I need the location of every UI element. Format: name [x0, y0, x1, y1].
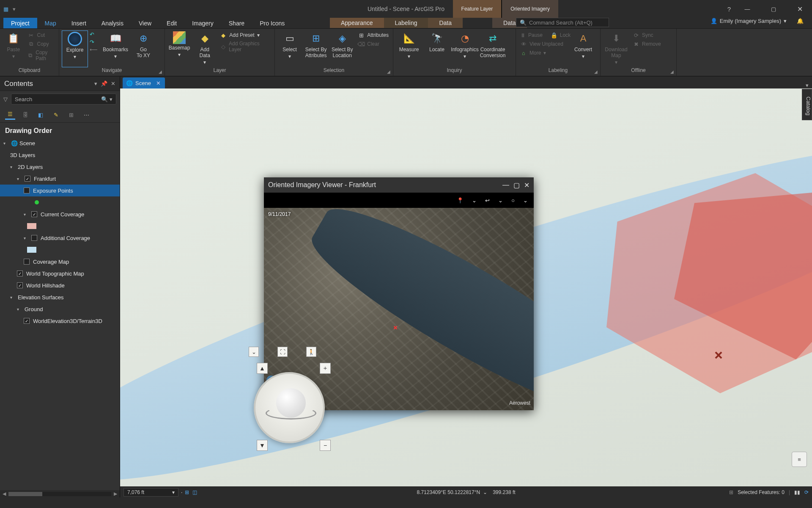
scene-navigator[interactable]: ▲ ＋ ▼ − [251, 364, 327, 448]
toc-2d-layers[interactable]: ▾2D Layers [0, 161, 120, 173]
oiv-header[interactable]: Oriented Imagery Viewer - Frankfurt — ▢ … [264, 177, 534, 193]
toc-exposure-points[interactable]: Exposure Points [0, 185, 120, 196]
tab-share[interactable]: Share [221, 18, 252, 28]
checkbox-current-coverage[interactable] [31, 211, 37, 217]
labels-more-button[interactable]: ⌂More▾ [518, 49, 568, 57]
close-button[interactable]: ✕ [790, 3, 809, 15]
toc-current-coverage[interactable]: ▾Current Coverage [0, 208, 120, 220]
cut-button[interactable]: ✂Cut [26, 31, 56, 39]
pin-icon[interactable]: 📌 [101, 80, 107, 87]
command-search-input[interactable]: 🔍 Command Search (Alt+Q) [516, 18, 609, 27]
catalog-side-tab[interactable]: Catalog [802, 89, 812, 120]
tab-data-feature[interactable]: Data [428, 18, 463, 28]
scene-view[interactable]: Oriented Imagery Viewer - Frankfurt — ▢ … [120, 88, 812, 486]
select-by-location-button[interactable]: ◈Select By Location [330, 30, 354, 67]
nav-full-extent-button[interactable]: ⛶ [277, 347, 288, 357]
nav-compass[interactable] [254, 372, 325, 443]
toc-more-button[interactable]: ⋯ [81, 110, 91, 120]
toc-snapping-button[interactable]: ⊞ [66, 110, 76, 120]
contents-search-input[interactable]: Search 🔍 ▾ [11, 94, 116, 105]
measure-button[interactable]: 📐Measure▾ [396, 30, 422, 67]
oiv-circle-tool-icon[interactable]: ○ [511, 197, 515, 204]
dialog-launcher-icon[interactable]: ◢ [670, 69, 674, 74]
tab-imagery[interactable]: Imagery [184, 18, 221, 28]
filter-icon[interactable]: ▽ [3, 96, 8, 102]
toc-ground[interactable]: ▾Ground [0, 303, 120, 315]
nav-next-icon[interactable]: ↷ [90, 39, 101, 45]
select-button[interactable]: ▭Select▾ [277, 30, 302, 67]
toc-world-topo[interactable]: World Topographic Map [0, 268, 120, 279]
nav-zoom-in-button[interactable]: ＋ [320, 363, 331, 374]
pane-close-icon[interactable]: ✕ [111, 80, 115, 87]
tab-pro-icons[interactable]: Pro Icons [252, 18, 292, 28]
scale-box[interactable]: 7,076 ft ▾ [123, 488, 178, 497]
view-tab-scene[interactable]: 🌐 Scene ✕ [123, 77, 165, 88]
toc-world-hillshade[interactable]: World Hillshade [0, 279, 120, 291]
view-unplaced-button[interactable]: 👁View Unplaced [518, 40, 568, 48]
notifications-icon[interactable]: 🔔 [797, 18, 804, 24]
tab-appearance[interactable]: Appearance [330, 18, 384, 28]
toc-3d-layers[interactable]: 3D Layers [0, 149, 120, 161]
dialog-launcher-icon[interactable]: ◢ [594, 69, 598, 74]
chevron-down-icon[interactable]: ⌄ [472, 197, 477, 204]
exposure-point-marker[interactable] [713, 350, 724, 360]
toc-edit-button[interactable]: ✎ [51, 110, 61, 120]
oiv-minimize-icon[interactable]: — [502, 181, 509, 189]
labels-pause-button[interactable]: ⏸Pause 🔒Lock [518, 31, 568, 39]
contents-hscrollbar[interactable]: ◀ ▶ [0, 490, 120, 497]
chevron-down-icon[interactable]: ⌄ [498, 197, 503, 204]
go-to-xy-button[interactable]: ⊕ Go To XY [130, 30, 156, 67]
checkbox-frankfurt[interactable] [25, 176, 30, 182]
remove-button[interactable]: ✖Remove [631, 40, 663, 48]
context-tab-feature-layer[interactable]: Feature Layer [453, 0, 502, 18]
dialog-launcher-icon[interactable]: ◢ [387, 69, 390, 74]
checkbox-hillshade[interactable] [17, 282, 23, 288]
tab-edit[interactable]: Edit [159, 18, 184, 28]
maximize-button[interactable]: ▢ [764, 3, 783, 15]
toc-elevation[interactable]: ▾Elevation Surfaces [0, 291, 120, 303]
add-data-button[interactable]: ◆Add Data▾ [193, 30, 217, 67]
explore-button[interactable]: Explore▾ [62, 30, 88, 67]
tab-insert[interactable]: Insert [64, 18, 94, 28]
basemap-button[interactable]: Basemap▾ [167, 30, 191, 67]
download-map-button[interactable]: ⬇Download Map▾ [603, 30, 629, 67]
nav-full-extent-icon[interactable]: ⟵ [90, 47, 101, 53]
convert-labels-button[interactable]: AConvert▾ [570, 30, 596, 67]
tab-project[interactable]: Project [3, 18, 37, 28]
status-constraints-icon[interactable]: ◫ [192, 489, 197, 495]
toc-datasource-button[interactable]: 🗄 [20, 110, 30, 120]
checkbox-additional-coverage[interactable] [31, 235, 37, 241]
nav-dropdown-button[interactable]: ⌄ [249, 347, 259, 357]
toc-selection-button[interactable]: ◧ [36, 110, 46, 120]
paste-button[interactable]: 📋 Paste▾ [3, 30, 25, 67]
basemap-gallery-button[interactable]: ≡ [792, 452, 807, 467]
qat-save-icon[interactable]: ▾ [13, 6, 16, 12]
toc-coverage-map[interactable]: Coverage Map [0, 256, 120, 268]
view-tabs-menu-icon[interactable]: ▾ [806, 82, 809, 88]
locate-button[interactable]: 🔭Locate [424, 30, 450, 67]
oiv-maximize-icon[interactable]: ▢ [513, 181, 520, 189]
attributes-button[interactable]: ⊞Attributes [356, 31, 390, 39]
scroll-thumb[interactable] [8, 492, 42, 496]
toc-additional-coverage[interactable]: ▾Additional Coverage [0, 232, 120, 244]
tab-view[interactable]: View [131, 18, 159, 28]
nav-zoom-out-button[interactable]: − [320, 440, 331, 451]
toc-terrain3d[interactable]: WorldElevation3D/Terrain3D [0, 315, 120, 327]
pause-drawing-icon[interactable]: ▮▮ [794, 489, 800, 495]
scroll-right-icon[interactable]: ▶ [114, 491, 117, 497]
minimize-button[interactable]: — [738, 3, 757, 15]
add-preset-button[interactable]: ◆Add Preset▾ [218, 31, 272, 39]
oiv-measure-tool-icon[interactable]: ↩ [485, 197, 490, 204]
checkbox-coverage-map[interactable] [24, 259, 30, 265]
checkbox-exposure-points[interactable] [24, 188, 30, 193]
pane-menu-icon[interactable]: ▾ [94, 80, 97, 87]
toc-drawing-order-button[interactable]: ☰ [5, 110, 15, 120]
infographics-button[interactable]: ◔Infographics▾ [452, 30, 478, 67]
oiv-pin-tool-icon[interactable]: 📍 [457, 197, 464, 204]
checkbox-world-topo[interactable] [17, 271, 23, 276]
chevron-down-icon[interactable]: ⌄ [483, 489, 487, 495]
dialog-launcher-icon[interactable]: ◢ [159, 69, 162, 74]
checkbox-terrain3d[interactable] [24, 318, 30, 324]
context-tab-oriented-imagery[interactable]: Oriented Imagery [502, 0, 558, 18]
copy-path-button[interactable]: ⧉Copy Path [26, 49, 56, 62]
